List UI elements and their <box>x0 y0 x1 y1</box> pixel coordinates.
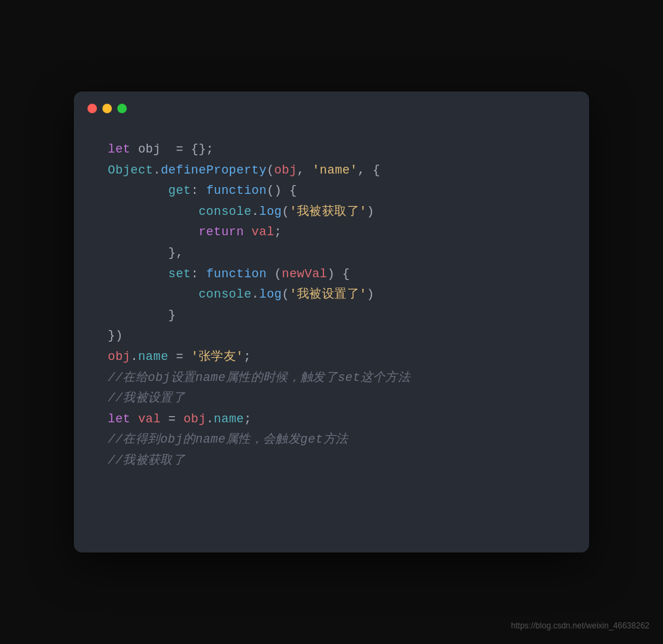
code-line-12: //在给obj设置name属性的时候，触发了set这个方法 <box>108 367 555 388</box>
code-line-5: return val; <box>108 222 555 243</box>
code-line-7: set: function (newVal) { <box>108 264 555 285</box>
code-line-2: Object.defineProperty(obj, 'name', { <box>108 160 555 181</box>
code-line-14: let val = obj.name; <box>108 409 555 430</box>
close-dot[interactable] <box>87 104 97 113</box>
maximize-dot[interactable] <box>117 104 127 113</box>
code-block: let obj = {}; Object.defineProperty(obj,… <box>74 125 589 485</box>
code-line-1: let obj = {}; <box>108 139 555 160</box>
code-line-4: console.log('我被获取了') <box>108 201 555 222</box>
code-window: let obj = {}; Object.defineProperty(obj,… <box>74 92 589 552</box>
code-line-3: get: function() { <box>108 180 555 201</box>
code-line-6: }, <box>108 243 555 264</box>
code-line-11: obj.name = '张学友'; <box>108 346 555 367</box>
code-line-13: //我被设置了 <box>108 388 555 409</box>
watermark: https://blog.csdn.net/weixin_46638262 <box>511 621 649 630</box>
code-line-10: }) <box>108 325 555 346</box>
code-line-9: } <box>108 305 555 326</box>
code-line-16: //我被获取了 <box>108 450 555 471</box>
code-line-15: //在得到obj的name属性，会触发get方法 <box>108 429 555 450</box>
title-bar <box>74 92 589 125</box>
minimize-dot[interactable] <box>102 104 112 113</box>
code-line-8: console.log('我被设置了') <box>108 284 555 305</box>
